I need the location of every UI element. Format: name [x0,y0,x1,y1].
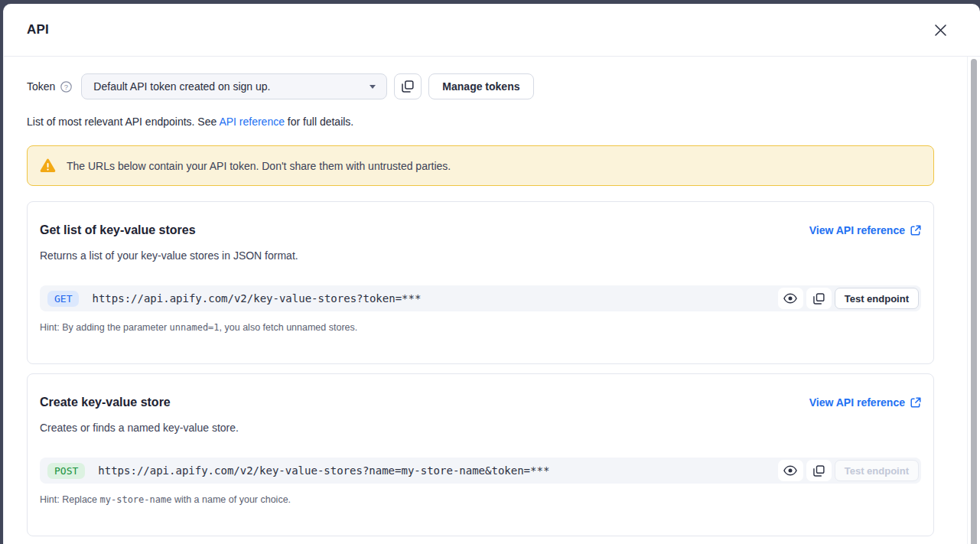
help-icon[interactable]: ? [60,81,72,93]
copy-icon [402,80,414,93]
card-head: Get list of key-value stores View API re… [40,223,921,237]
intro-text: List of most relevant API endpoints. See… [27,116,934,128]
hint-code: unnamed=1 [170,322,220,333]
test-endpoint-button[interactable]: Test endpoint [835,460,919,481]
view-api-reference-link[interactable]: View API reference [809,396,921,409]
card-title: Create key-value store [40,396,171,409]
endpoint-controls: Test endpoint [778,460,919,481]
method-badge: POST [47,463,85,479]
card-description: Creates or finds a named key-value store… [40,422,921,434]
endpoint-url: https://api.apify.com/v2/key-value-store… [98,464,777,477]
card-description: Returns a list of your key-value stores … [40,249,921,262]
endpoint-hint: Hint: By adding the parameter unnamed=1,… [40,322,921,333]
hint-text-after: , you also fetch unnamed stores. [220,322,358,333]
token-label: Token ? [27,80,72,93]
warning-text: The URLs below contain your API token. D… [67,160,451,172]
endpoint-controls: Test endpoint [778,288,919,309]
token-label-text: Token [27,80,55,93]
copy-token-url-button[interactable] [394,73,422,99]
show-token-button[interactable] [778,288,803,309]
method-badge: GET [47,291,79,307]
card-head: Create key-value store View API referenc… [40,396,921,409]
api-reference-link[interactable]: API reference [219,116,285,128]
endpoint-hint: Hint: Replace my-store-name with a name … [40,494,921,505]
eye-icon [783,465,797,476]
warning-triangle-icon [40,158,56,173]
endpoint-card-get-list: Get list of key-value stores View API re… [27,201,934,364]
view-api-reference-label: View API reference [809,224,905,236]
hint-code: my-store-name [100,494,172,505]
view-api-reference-link[interactable]: View API reference [809,224,921,236]
close-button[interactable] [931,21,949,39]
modal-header: API [4,4,980,57]
intro-text-after: for full details. [285,116,353,128]
page-title: API [27,22,49,37]
hint-text-before: Hint: Replace [40,494,100,505]
card-title: Get list of key-value stores [40,223,196,237]
token-row: Token ? Default API token created on sig… [27,73,934,99]
svg-text:?: ? [64,82,68,90]
api-modal: API Token ? Default API token created on… [3,4,980,544]
token-select[interactable]: Default API token created on sign up. [81,73,387,99]
endpoint-row: POST https://api.apify.com/v2/key-value-… [40,458,921,484]
endpoint-row: GET https://api.apify.com/v2/key-value-s… [40,285,921,311]
hint-text-before: Hint: By adding the parameter [40,322,170,333]
manage-tokens-button[interactable]: Manage tokens [428,73,533,99]
token-select-value: Default API token created on sign up. [93,80,270,93]
warning-banner: The URLs below contain your API token. D… [27,145,934,186]
copy-icon [813,465,825,477]
hint-text-after: with a name of your choice. [171,494,291,505]
endpoint-card-create-store: Create key-value store View API referenc… [27,373,934,536]
intro-text-before: List of most relevant API endpoints. See [27,116,219,128]
copy-icon [813,293,825,305]
endpoint-url: https://api.apify.com/v2/key-value-store… [92,292,777,305]
view-api-reference-label: View API reference [809,396,905,409]
eye-icon [783,293,797,304]
scrollbar-thumb[interactable] [971,59,977,544]
external-link-icon [910,397,921,408]
external-link-icon [910,225,921,236]
close-icon [934,24,947,37]
copy-url-button[interactable] [806,288,832,309]
modal-body: Token ? Default API token created on sig… [4,57,980,544]
scrollbar [967,57,980,544]
test-endpoint-button[interactable]: Test endpoint [835,288,919,309]
chevron-down-icon [370,85,376,89]
show-token-button[interactable] [778,460,803,481]
copy-url-button[interactable] [806,460,832,481]
